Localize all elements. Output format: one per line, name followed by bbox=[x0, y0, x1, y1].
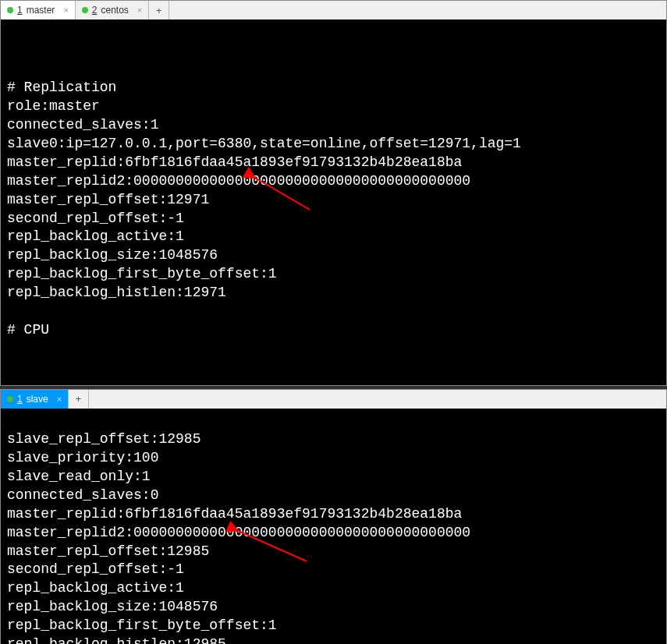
output-line: master_replid:6fbf1816fdaa45a1893ef91793… bbox=[7, 506, 462, 522]
bottom-tab-bar: 1 slave × + bbox=[1, 390, 666, 409]
tab-label: centos bbox=[101, 5, 129, 16]
output-line: slave0:ip=127.0.0.1,port=6380,state=onli… bbox=[7, 136, 521, 151]
tab-label: master bbox=[27, 5, 55, 16]
output-line: repl_backlog_first_byte_offset:1 bbox=[7, 266, 277, 281]
output-line: second_repl_offset:-1 bbox=[7, 211, 184, 226]
output-line: master_replid:6fbf1816fdaa45a1893ef91793… bbox=[7, 154, 462, 170]
close-icon[interactable]: × bbox=[137, 5, 142, 15]
output-line: master_repl_offset:12985 bbox=[7, 543, 209, 559]
output-line: second_repl_offset:-1 bbox=[7, 561, 184, 577]
output-line: repl_backlog_size:1048576 bbox=[7, 247, 218, 263]
tab-label: slave bbox=[27, 394, 48, 405]
output-line: connected_slaves:0 bbox=[7, 487, 158, 503]
add-tab-button[interactable]: + bbox=[69, 390, 89, 409]
output-line: # Replication bbox=[7, 80, 116, 95]
status-dot-icon bbox=[7, 7, 13, 13]
output-line: master_replid2:0000000000000000000000000… bbox=[7, 173, 470, 189]
close-icon[interactable]: × bbox=[63, 5, 68, 15]
output-line: repl_backlog_active:1 bbox=[7, 580, 184, 596]
tab-master[interactable]: 1 master × bbox=[1, 1, 76, 19]
top-tab-bar: 1 master × 2 centos × + bbox=[1, 1, 666, 19]
tab-num: 1 bbox=[17, 394, 23, 405]
tab-slave[interactable]: 1 slave × bbox=[1, 390, 69, 409]
output-line: role:master bbox=[7, 98, 100, 114]
output-line: # CPU bbox=[7, 322, 49, 338]
output-line: master_repl_offset:12971 bbox=[7, 192, 209, 207]
close-icon[interactable]: × bbox=[57, 395, 62, 404]
output-line: slave_priority:100 bbox=[7, 450, 158, 465]
tab-num: 1 bbox=[17, 5, 23, 16]
top-terminal-output[interactable]: # Replication role:master connected_slav… bbox=[1, 19, 666, 385]
tab-centos[interactable]: 2 centos × bbox=[76, 1, 149, 19]
output-line: repl_backlog_histlen:12971 bbox=[7, 285, 226, 300]
add-tab-button[interactable]: + bbox=[149, 1, 169, 19]
status-dot-icon bbox=[7, 396, 13, 402]
output-line: slave_read_only:1 bbox=[7, 469, 151, 484]
tab-num: 2 bbox=[92, 5, 98, 16]
bottom-terminal-window: 1 slave × + slave_repl_offset:12985 slav… bbox=[0, 389, 667, 644]
output-line: master_replid2:0000000000000000000000000… bbox=[7, 525, 470, 540]
top-terminal-window: 1 master × 2 centos × + # Replication ro… bbox=[0, 0, 667, 386]
output-line: repl_backlog_active:1 bbox=[7, 228, 184, 244]
output-line: slave_repl_offset:12985 bbox=[7, 431, 200, 447]
output-line: repl_backlog_first_byte_offset:1 bbox=[7, 617, 277, 633]
output-line: repl_backlog_histlen:12985 bbox=[7, 636, 226, 644]
output-line: repl_backlog_size:1048576 bbox=[7, 599, 218, 614]
output-line: connected_slaves:1 bbox=[7, 117, 158, 133]
bottom-terminal-output[interactable]: slave_repl_offset:12985 slave_priority:1… bbox=[1, 409, 666, 644]
status-dot-icon bbox=[82, 7, 88, 13]
